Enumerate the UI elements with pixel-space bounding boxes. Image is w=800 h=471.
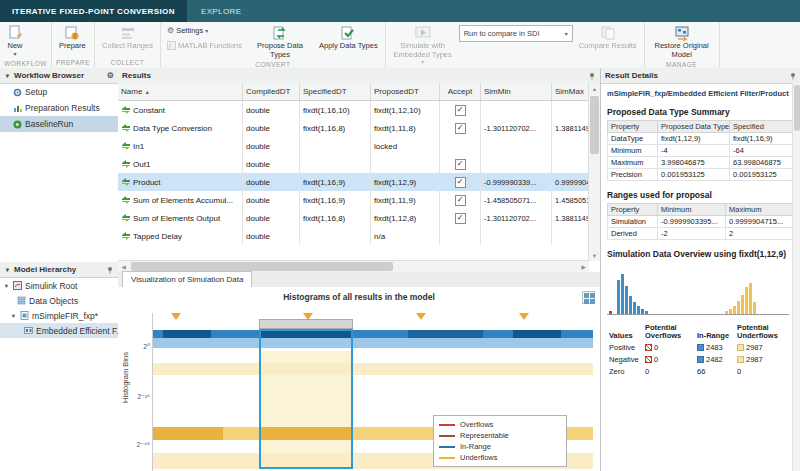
cell-proposeddt bbox=[371, 155, 440, 173]
accept-checkbox[interactable]: ✓ bbox=[455, 195, 466, 206]
apply-data-types-button[interactable]: Apply Data Types bbox=[316, 23, 381, 53]
scrollbar-thumb[interactable] bbox=[131, 262, 393, 271]
chevron-down-icon: ▾ bbox=[205, 27, 208, 34]
table-row-data-type-conversion[interactable]: Data Type Conversion double fixdt(1,16,8… bbox=[118, 119, 589, 137]
gear-icon[interactable]: ⚙ bbox=[107, 72, 114, 80]
collapse-icon[interactable]: ▾ bbox=[4, 72, 11, 80]
inrange-swatch-icon bbox=[697, 344, 704, 351]
simulate-embedded-button[interactable]: Simulate with Embedded Types ▾ bbox=[390, 23, 456, 68]
accept-checkbox[interactable]: ✓ bbox=[455, 159, 466, 170]
scrollbar-thumb[interactable] bbox=[794, 85, 800, 131]
column-header-specifieddt[interactable]: SpecifiedDT bbox=[300, 83, 371, 100]
sidebar-item-preparation-results[interactable]: Preparation Results bbox=[0, 100, 118, 116]
expander-icon[interactable]: ▾ bbox=[10, 312, 17, 320]
table-row: Precision 0.001953125 0.001953125 bbox=[608, 169, 793, 181]
table-row-tapped-delay[interactable]: Tapped Delay double n/a bbox=[118, 227, 589, 245]
marker-triangle-icon[interactable] bbox=[416, 313, 426, 320]
prepare-button[interactable]: Prepare bbox=[56, 23, 89, 53]
accept-checkbox[interactable]: ✓ bbox=[455, 123, 466, 134]
cell-proposeddt: fixdt(1,12,10) bbox=[371, 101, 440, 119]
tree-item-simulink-root[interactable]: ▾ Simulink Root bbox=[0, 278, 118, 293]
table-row-out1[interactable]: Out1 double ✓ -2 bbox=[118, 155, 589, 173]
tree-item-embedded-efficient-filter[interactable]: Embedded Efficient F... bbox=[0, 323, 118, 338]
scroll-right-icon[interactable]: ▶ bbox=[578, 261, 589, 272]
pin-icon[interactable] bbox=[789, 72, 797, 80]
column-header-accept[interactable]: Accept bbox=[440, 83, 481, 100]
table-row-product[interactable]: Product double fixdt(1,16,9) fixdt(1,12,… bbox=[118, 173, 589, 191]
tab-visualization-of-simulation-data[interactable]: Visualization of Simulation Data bbox=[122, 271, 252, 287]
section-label-collect: COLLECT bbox=[99, 59, 156, 68]
cell-specifieddt: fixdt(1,16,8) bbox=[300, 209, 371, 227]
apply-data-types-label: Apply Data Types bbox=[319, 42, 378, 51]
cell-compileddt: double bbox=[243, 191, 300, 209]
run-compare-sdi-select[interactable]: Run to compare in SDI ▾ bbox=[459, 25, 573, 42]
results-vertical-scrollbar[interactable]: ▲ ▼ bbox=[588, 83, 600, 261]
results-table-header: Name ▲ CompiledDT SpecifiedDT ProposedDT… bbox=[118, 83, 589, 101]
plot-area[interactable]: 2⁰ 2⁻²⁶ 2⁻⁴⁸ bbox=[152, 313, 593, 471]
column-header-compileddt[interactable]: CompiledDT bbox=[243, 83, 300, 100]
cell-minimum: -2 bbox=[658, 228, 726, 240]
summary-col-proposed: Proposed Data Type bbox=[658, 121, 730, 133]
settings-dropdown[interactable]: ⚙ Settings ▾ bbox=[165, 23, 244, 38]
pin-icon[interactable] bbox=[588, 72, 596, 80]
cell-property: Derived bbox=[608, 228, 658, 240]
tab-iterative-fixed-point-conversion[interactable]: ITERATIVE FIXED-POINT CONVERSION bbox=[0, 0, 187, 22]
sidebar-item-baselinerun[interactable]: BaselineRun bbox=[0, 116, 118, 132]
scrollbar-thumb[interactable] bbox=[590, 96, 599, 154]
ribbon-section-manage: Restore Original Model MANAGE bbox=[645, 22, 720, 68]
column-header-name[interactable]: Name ▲ bbox=[118, 83, 243, 100]
column-header-simmin[interactable]: SimMin bbox=[481, 83, 552, 100]
table-row: Simulation -0.9999903395... 0.9999904715… bbox=[608, 216, 793, 228]
cell-compileddt: double bbox=[243, 119, 300, 137]
column-header-proposeddt[interactable]: ProposedDT bbox=[371, 83, 440, 100]
blue-bar bbox=[621, 274, 624, 314]
propose-data-types-button[interactable]: Propose Data Types bbox=[247, 23, 313, 61]
table-row-in1[interactable]: In1 double locked -2 bbox=[118, 137, 589, 155]
signal-result-icon bbox=[121, 231, 131, 241]
scroll-down-icon[interactable]: ▼ bbox=[589, 250, 600, 261]
expander-icon[interactable]: ▾ bbox=[3, 282, 10, 290]
marker-triangle-icon[interactable] bbox=[519, 313, 529, 320]
cell-simmax bbox=[552, 155, 589, 173]
layout-grid-icon[interactable] bbox=[582, 291, 595, 304]
pin-icon[interactable] bbox=[106, 266, 114, 274]
accept-checkbox[interactable]: ✓ bbox=[455, 177, 466, 188]
column-label: Name bbox=[121, 87, 142, 96]
values-col-overflows: Potential Overflows bbox=[643, 323, 695, 342]
restore-original-model-button[interactable]: Restore Original Model bbox=[649, 23, 715, 61]
preparation-results-icon bbox=[13, 104, 22, 113]
cell-specified: -64 bbox=[730, 145, 793, 157]
column-header-simmax[interactable]: SimMax bbox=[552, 83, 589, 100]
tree-item-msimplefir-fxp[interactable]: ▾ mSimpleFIR_fxp* bbox=[0, 308, 118, 323]
tab-explore[interactable]: EXPLORE bbox=[187, 0, 256, 22]
collect-ranges-button[interactable]: Collect Ranges bbox=[99, 23, 156, 53]
table-row-sum-of-elements-accumulator[interactable]: Sum of Elements Accumul... double fixdt(… bbox=[118, 191, 589, 209]
marker-triangle-icon[interactable] bbox=[171, 313, 181, 320]
cell-specifieddt bbox=[300, 155, 371, 173]
accept-checkbox[interactable]: ✓ bbox=[455, 213, 466, 224]
tree-item-data-objects[interactable]: Data Objects bbox=[0, 293, 118, 308]
data-objects-icon bbox=[17, 296, 26, 305]
result-details-body: mSimpleFIR_fxp/Embedded Efficient Filter… bbox=[601, 83, 793, 471]
table-row-constant[interactable]: Constant double fixdt(1,16,10) fixdt(1,1… bbox=[118, 101, 589, 119]
values-col-inrange: In-Range bbox=[695, 323, 735, 342]
collapse-icon[interactable]: ▾ bbox=[4, 266, 11, 274]
setup-icon bbox=[13, 88, 22, 97]
table-row-sum-of-elements-output[interactable]: Sum of Elements Output double fixdt(1,16… bbox=[118, 209, 589, 227]
scroll-up-icon[interactable]: ▲ bbox=[589, 83, 600, 94]
legend-item-representable: Representable bbox=[439, 430, 561, 441]
cell-specifieddt bbox=[300, 137, 371, 155]
matlab-functions-button[interactable]: f MATLAB Functions bbox=[165, 38, 244, 53]
compare-results-label: Compare Results bbox=[579, 42, 637, 51]
selected-column-cap[interactable] bbox=[259, 319, 353, 329]
subsystem-icon bbox=[24, 326, 33, 335]
cell-proposeddt: fixdt(1,11,9) bbox=[371, 191, 440, 209]
result-details-scrollbar[interactable] bbox=[792, 83, 800, 471]
cell-property: Maximum bbox=[608, 157, 658, 169]
new-button[interactable]: New ▾ bbox=[4, 23, 26, 60]
selection-box[interactable] bbox=[259, 329, 353, 469]
compare-results-button[interactable]: Compare Results bbox=[576, 23, 640, 53]
cell-compileddt: double bbox=[243, 173, 300, 191]
accept-checkbox[interactable]: ✓ bbox=[455, 105, 466, 116]
sidebar-item-setup[interactable]: Setup bbox=[0, 84, 118, 100]
